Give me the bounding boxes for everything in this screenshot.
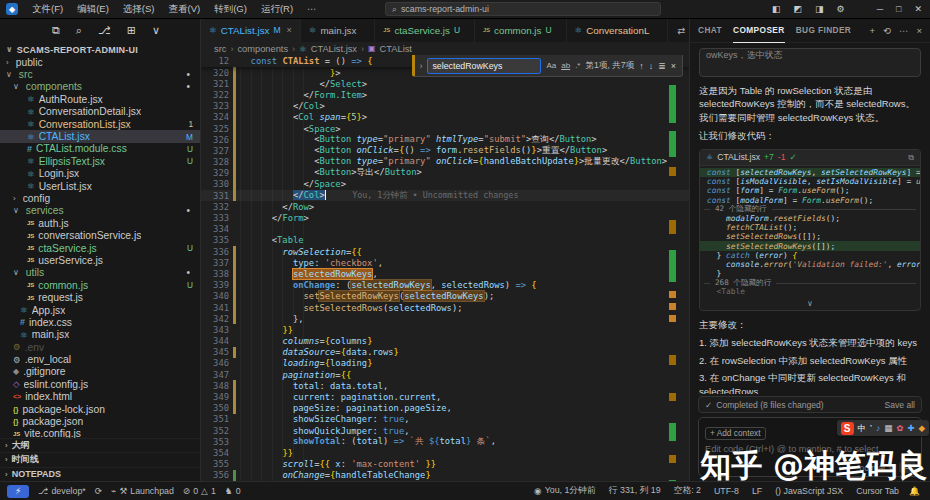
breadcrumb-item[interactable]: src: [214, 44, 226, 54]
code-line[interactable]: 341 setSelectedRows(selectedRows);: [201, 302, 689, 313]
code-line[interactable]: 334: [201, 224, 689, 235]
file-tree-item[interactable]: › public: [0, 56, 200, 68]
menu-item[interactable]: 文件(F): [25, 0, 70, 18]
overview-ruler[interactable]: [669, 55, 676, 482]
editor-tab[interactable]: ⚛ main.jsx: [301, 18, 376, 42]
file-tree-item[interactable]: ◆ .gitignore: [0, 366, 200, 378]
file-tree-item[interactable]: {} package.json: [0, 415, 200, 427]
editor-tab[interactable]: JS ctaService.js U: [375, 18, 475, 42]
file-tree-item[interactable]: # index.css: [0, 316, 200, 328]
file-tree-item[interactable]: ⚛ CTAList.jsx M: [0, 130, 200, 142]
code-line[interactable]: 345 dataSource={data.rows}: [201, 347, 689, 358]
menu-item[interactable]: 转到(G): [207, 0, 254, 18]
file-tree-item[interactable]: ∨ components: [0, 81, 200, 93]
file-tree-item[interactable]: # CTAList.module.css U: [0, 143, 200, 155]
code-line[interactable]: 356 onChange={handleTableChange}: [201, 470, 689, 481]
find-in-selection-icon[interactable]: ≣: [658, 61, 666, 71]
file-tree-item[interactable]: JS ctaService.js U: [0, 242, 200, 254]
chat-panel-tab[interactable]: COMPOSER: [733, 18, 785, 43]
ime-toolbar-icon[interactable]: ✿: [896, 420, 903, 436]
status-item[interactable]: ◉ You, 1分钟前: [534, 485, 596, 497]
tab-close-icon[interactable]: ×: [287, 25, 292, 35]
file-tree-item[interactable]: ⚛ App.jsx: [0, 304, 200, 316]
file-tree-item[interactable]: JS request.js: [0, 291, 200, 303]
history-icon[interactable]: ⟲: [883, 25, 891, 36]
code-line[interactable]: 351 showSizeChanger: true,: [201, 414, 689, 425]
project-title-row[interactable]: ∨ SCAMS-REPORT-ADMIN-UI: [0, 43, 200, 56]
menu-item[interactable]: 编辑(E): [70, 0, 116, 18]
code-line[interactable]: 339 onChange: (selectedRowKeys, selected…: [201, 280, 689, 291]
breadcrumb-item[interactable]: components: [237, 44, 288, 54]
editor-tab[interactable]: ⚛ ConversationL: [567, 18, 669, 42]
status-item[interactable]: 空格: 2: [671, 485, 701, 497]
close-panel-icon[interactable]: ×: [916, 25, 922, 36]
code-line[interactable]: 337 type: 'checkbox',: [201, 257, 689, 268]
sidebar-section-header[interactable]: › NOTEPADS: [0, 467, 200, 482]
status-item[interactable]: LF: [749, 486, 762, 496]
file-tree-item[interactable]: ⚛ ConversationList.jsx 1: [0, 118, 200, 130]
match-case-icon[interactable]: Aa: [546, 61, 556, 70]
code-line[interactable]: 347 pagination={{: [201, 369, 689, 380]
regex-icon[interactable]: .*: [575, 61, 580, 70]
code-line[interactable]: 355 scroll={{ x: 'max-content' }}: [201, 459, 689, 470]
views-chevron-icon[interactable]: ∨: [152, 24, 160, 37]
ime-toolbar-icon[interactable]: ◆: [918, 420, 925, 436]
code-line[interactable]: 335 <Table: [201, 235, 689, 246]
breadcrumb-item[interactable]: CTAList: [380, 44, 412, 54]
explorer-icon[interactable]: ⧉: [52, 24, 60, 37]
file-tree-item[interactable]: ⚛ UserList.jsx: [0, 180, 200, 192]
whole-word-icon[interactable]: ab: [561, 61, 570, 70]
copy-code-icon[interactable]: ⧉: [908, 152, 914, 163]
code-card-collapse-icon[interactable]: ∨: [700, 299, 920, 310]
code-line[interactable]: 332 </Row>: [201, 201, 689, 212]
toggle-panel-icon[interactable]: ◩: [794, 4, 803, 14]
code-card-header[interactable]: ⚛ CTAList.jsx +7 -1 ✓ ⧉: [700, 150, 920, 166]
menu-item[interactable]: 查看(V): [161, 0, 207, 18]
code-line[interactable]: 328 <Button type="primary" onClick={hand…: [201, 157, 689, 168]
menu-item[interactable]: ⋯: [300, 0, 324, 18]
extensions-icon[interactable]: ⊞: [127, 24, 136, 37]
minimize-button[interactable]: ─: [877, 4, 883, 14]
code-line[interactable]: 333 </Form>: [201, 212, 689, 223]
code-line[interactable]: 327 <Button onClick={() => form.resetFie…: [201, 145, 689, 156]
toggle-sidebar-icon[interactable]: ◧: [772, 4, 781, 14]
file-tree-item[interactable]: ∨ src: [0, 68, 200, 80]
file-tree-item[interactable]: JS common.js U: [0, 279, 200, 291]
code-line[interactable]: 336 rowSelection={{: [201, 246, 689, 257]
ime-toolbar-icon[interactable]: ✚: [907, 420, 914, 436]
code-line[interactable]: 331 </Col>You, 1分钟前 • Uncommitted change…: [201, 190, 689, 201]
compare-changes-icon[interactable]: ⇄: [677, 25, 685, 36]
command-center-search[interactable]: ⌕ scams-report-admin-ui: [385, 2, 661, 16]
file-tree-item[interactable]: ⚙ .env: [0, 341, 200, 353]
code-line[interactable]: 352 showQuickJumper: true,: [201, 425, 689, 436]
code-line[interactable]: 353 showTotal: (total) => `共 ${total} 条`…: [201, 436, 689, 447]
code-line[interactable]: 354 }}: [201, 447, 689, 458]
code-line[interactable]: 350 pageSize: pagination.pageSize,: [201, 403, 689, 414]
chat-panel-tab[interactable]: BUG FINDER: [796, 18, 852, 43]
file-tree-item[interactable]: ⚛ Login.jsx: [0, 168, 200, 180]
find-input[interactable]: selectedRowKeys: [427, 58, 541, 74]
status-item[interactable]: Cursor Tab: [853, 486, 899, 496]
code-line[interactable]: 324 <Col span={5}>: [201, 112, 689, 123]
search-icon[interactable]: ⌕: [76, 24, 82, 37]
file-tree-item[interactable]: ⚛ EllipsisText.jsx U: [0, 155, 200, 167]
editor-tab[interactable]: ⚛ CTAList.jsx M ×: [201, 18, 301, 42]
source-control-icon[interactable]: ⎇: [98, 24, 111, 37]
save-all-button[interactable]: Save all: [884, 400, 915, 410]
file-tree-item[interactable]: <> index.html: [0, 391, 200, 403]
code-line[interactable]: 322 </Form.Item>: [201, 89, 689, 100]
code-line[interactable]: 323 </Col>: [201, 101, 689, 112]
code-editor[interactable]: 12 const CTAList = () => { › selectedRow…: [201, 55, 689, 482]
more-options-icon[interactable]: ⋯: [899, 25, 909, 36]
status-item[interactable]: 🔔: [909, 486, 923, 496]
menu-item[interactable]: 选择(S): [116, 0, 162, 18]
file-tree-item[interactable]: {} package-lock.json: [0, 403, 200, 415]
chat-panel-tab[interactable]: CHAT: [698, 18, 722, 43]
file-tree-item[interactable]: JS vite.config.js: [0, 428, 200, 438]
ime-toolbar-icon[interactable]: ♪: [876, 420, 880, 436]
code-line[interactable]: 338 selectedRowKeys,: [201, 268, 689, 279]
code-line[interactable]: 329 <Button>导出</Button>: [201, 168, 689, 179]
file-tree-item[interactable]: JS auth.js: [0, 217, 200, 229]
code-line[interactable]: 343 }}: [201, 324, 689, 335]
ime-toolbar-icon[interactable]: ’: [870, 420, 872, 436]
